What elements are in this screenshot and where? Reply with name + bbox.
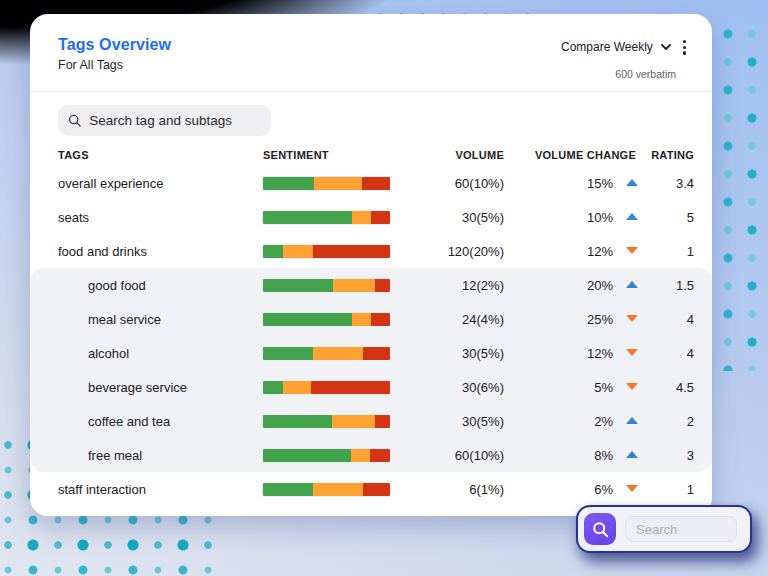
- rating-value: 3: [642, 448, 694, 463]
- sentiment-positive-segment: [263, 415, 332, 428]
- sentiment-bar: [263, 245, 390, 258]
- sentiment-bar: [263, 211, 390, 224]
- volume-value: 6(1%): [418, 482, 518, 497]
- trend-arrow-icon: [626, 281, 638, 289]
- tag-search-input[interactable]: [89, 113, 261, 128]
- trend-arrow-icon: [626, 417, 638, 425]
- card-header: Tags Overview For All Tags Compare Weekl…: [30, 14, 712, 92]
- table-row[interactable]: staff interaction 6(1%) 6% 1: [30, 472, 712, 506]
- volume-change-value: 12%: [587, 346, 613, 361]
- column-header-tags: TAGS: [58, 149, 263, 161]
- card-header-titles: Tags Overview For All Tags: [58, 36, 171, 72]
- sentiment-negative-segment: [375, 415, 390, 428]
- volume-change-value: 12%: [587, 244, 613, 259]
- table-row[interactable]: alcohol 30(5%) 12% 4: [30, 336, 712, 370]
- compare-controls: Compare Weekly: [561, 38, 690, 57]
- tag-label: overall experience: [58, 176, 164, 191]
- subtag-rows-group: good food 12(2%) 20% 1.5 meal service 24…: [30, 268, 712, 472]
- sentiment-bar: [263, 381, 390, 394]
- sentiment-negative-segment: [371, 211, 390, 224]
- sentiment-bar: [263, 313, 390, 326]
- sentiment-neutral-segment: [283, 245, 312, 258]
- table-row[interactable]: beverage service 30(6%) 5% 4.5: [30, 370, 712, 404]
- tag-label: free meal: [88, 448, 142, 463]
- page-subtitle: For All Tags: [58, 58, 171, 72]
- sentiment-bar: [263, 449, 390, 462]
- sentiment-bar: [263, 347, 390, 360]
- table-row[interactable]: good food 12(2%) 20% 1.5: [30, 268, 712, 302]
- table-row[interactable]: food and drinks 120(20%) 12% 1: [30, 234, 712, 268]
- rating-value: 2: [642, 414, 694, 429]
- verbatim-count: 600 verbatim: [615, 68, 690, 80]
- sentiment-bar: [263, 177, 390, 190]
- sentiment-positive-segment: [263, 245, 283, 258]
- volume-change-value: 10%: [587, 210, 613, 225]
- volume-change-value: 20%: [587, 278, 613, 293]
- column-header-sentiment: SENTIMENT: [263, 149, 418, 161]
- table-row[interactable]: meal service 24(4%) 25% 4: [30, 302, 712, 336]
- volume-change-value: 15%: [587, 176, 613, 191]
- sentiment-negative-segment: [311, 381, 390, 394]
- trend-arrow-icon: [626, 213, 638, 221]
- volume-value: 30(5%): [418, 346, 518, 361]
- volume-value: 30(5%): [418, 210, 518, 225]
- volume-value: 60(10%): [418, 448, 518, 463]
- table-row[interactable]: coffee and tea 30(5%) 2% 2: [30, 404, 712, 438]
- rating-value: 5: [642, 210, 694, 225]
- sentiment-negative-segment: [363, 483, 390, 496]
- main-tag-rows: overall experience 60(10%) 15% 3.4 seats…: [30, 166, 712, 268]
- trend-arrow-icon: [626, 349, 638, 357]
- sentiment-negative-segment: [371, 313, 390, 326]
- trend-arrow-icon: [626, 315, 638, 323]
- volume-change-value: 6%: [594, 482, 613, 497]
- floating-search-widget: [578, 507, 750, 551]
- column-header-rating: RATING: [642, 149, 694, 161]
- sentiment-negative-segment: [375, 279, 390, 292]
- trend-arrow-icon: [626, 383, 638, 391]
- sentiment-negative-segment: [370, 449, 390, 462]
- chevron-down-icon[interactable]: [661, 44, 671, 51]
- table-header-row: TAGS SENTIMENT VOLUME VOLUME CHANGE RATI…: [30, 144, 712, 166]
- column-header-volume-change: VOLUME CHANGE: [518, 149, 642, 161]
- volume-value: 30(6%): [418, 380, 518, 395]
- tag-search-box[interactable]: [58, 105, 271, 136]
- volume-value: 24(4%): [418, 312, 518, 327]
- sentiment-positive-segment: [263, 347, 313, 360]
- column-header-volume: VOLUME: [418, 149, 518, 161]
- table-row[interactable]: free meal 60(10%) 8% 3: [30, 438, 712, 472]
- sentiment-negative-segment: [362, 177, 390, 190]
- sentiment-positive-segment: [263, 177, 314, 190]
- sentiment-neutral-segment: [352, 211, 371, 224]
- page-title: Tags Overview: [58, 36, 171, 54]
- rating-value: 4.5: [642, 380, 694, 395]
- sentiment-neutral-segment: [351, 449, 370, 462]
- sentiment-bar: [263, 483, 390, 496]
- table-row[interactable]: seats 30(5%) 10% 5: [30, 200, 712, 234]
- sentiment-positive-segment: [263, 313, 352, 326]
- volume-change-value: 5%: [594, 380, 613, 395]
- rating-value: 3.4: [642, 176, 694, 191]
- tag-label: beverage service: [88, 380, 187, 395]
- trend-arrow-icon: [626, 179, 638, 187]
- volume-value: 30(5%): [418, 414, 518, 429]
- floating-search-button[interactable]: [584, 513, 616, 545]
- trend-arrow-icon: [626, 451, 638, 459]
- volume-change-value: 25%: [587, 312, 613, 327]
- trailing-tag-rows: staff interaction 6(1%) 6% 1: [30, 472, 712, 506]
- rating-value: 4: [642, 346, 694, 361]
- table-row[interactable]: overall experience 60(10%) 15% 3.4: [30, 166, 712, 200]
- volume-value: 12(2%): [418, 278, 518, 293]
- sentiment-neutral-segment: [313, 483, 364, 496]
- compare-weekly-dropdown[interactable]: Compare Weekly: [561, 40, 653, 54]
- kebab-menu-button[interactable]: [679, 38, 690, 57]
- sentiment-positive-segment: [263, 211, 352, 224]
- sentiment-positive-segment: [263, 483, 313, 496]
- trend-arrow-icon: [626, 485, 638, 493]
- rating-value: 1: [642, 482, 694, 497]
- tag-label: meal service: [88, 312, 161, 327]
- tag-label: seats: [58, 210, 89, 225]
- floating-search-input[interactable]: [625, 516, 737, 542]
- trend-arrow-icon: [626, 247, 638, 255]
- sentiment-neutral-segment: [314, 177, 362, 190]
- sentiment-neutral-segment: [333, 279, 375, 292]
